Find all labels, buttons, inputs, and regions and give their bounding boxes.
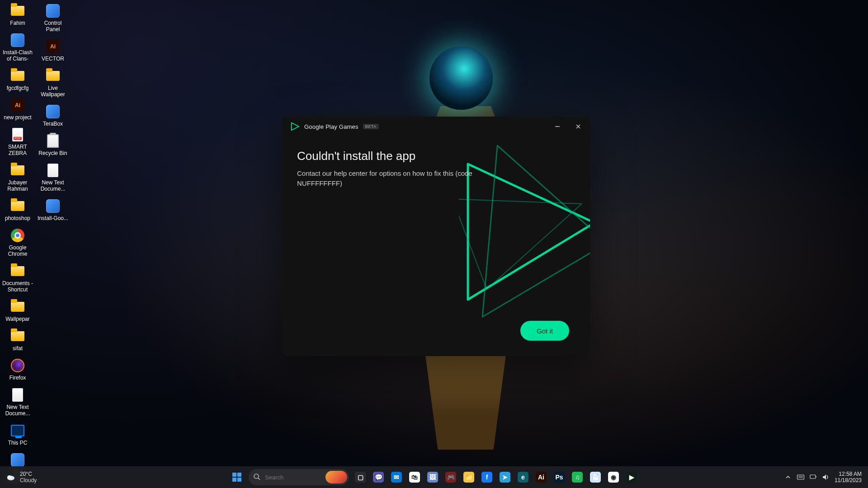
pin-notepad[interactable]: 📄 <box>588 469 603 485</box>
desktop-icon-vector-glyph: Ai <box>44 38 62 55</box>
pin-edge[interactable]: e <box>515 469 531 485</box>
pin-teams[interactable]: 💬 <box>371 469 386 485</box>
tray-volume-icon[interactable] <box>822 473 830 481</box>
pin-photos[interactable]: 🖼 <box>425 469 440 485</box>
desktop-icon-fahim[interactable]: Fahim <box>0 2 35 28</box>
desktop-icon-control-panel-label: Control Panel <box>37 20 69 33</box>
task-view[interactable]: ▢ <box>353 469 368 485</box>
desktop-icon-terabox[interactable]: TeraBox <box>36 103 70 129</box>
got-it-button[interactable]: Got it <box>520 321 569 341</box>
taskbar-system-tray: 12:58 AM 11/18/2023 <box>784 471 868 483</box>
pin-teams-chip: 💬 <box>373 472 384 483</box>
desktop-icon-new-text-2-glyph <box>44 162 62 178</box>
desktop-icon-jubayer-glyph <box>9 162 27 178</box>
desktop-icon-vector[interactable]: AiVECTOR <box>36 38 70 64</box>
desktop-icon-wallpepar-glyph <box>9 299 27 315</box>
desktop-icon-install-google-glyph <box>44 198 62 214</box>
svg-rect-9 <box>232 473 236 477</box>
tray-keyboard-icon[interactable] <box>797 473 805 481</box>
desktop-icon-documents[interactable]: Documents - Shortcut <box>0 262 35 295</box>
desktop-icon-new-text-1-label: New Text Docume... <box>1 404 34 417</box>
desktop-icon-iriun-glyph <box>9 452 27 468</box>
pin-telegram[interactable]: ➤ <box>497 469 513 485</box>
desktop-icon-fahim-label: Fahim <box>1 20 34 26</box>
pin-illustrator[interactable]: Ai <box>533 469 549 485</box>
desktop-icon-install-clash[interactable]: Install-Clash of Clans-Go... <box>0 31 35 64</box>
svg-marker-6 <box>459 177 590 292</box>
taskbar-pins: ▢💬✉🛍🖼🎮📁f➤eAiPs♫📄◉▶ <box>353 469 639 485</box>
desktop-icon-wallpepar[interactable]: Wallpepar <box>0 298 35 324</box>
desktop-icon-firefox-label: Firefox <box>1 375 34 381</box>
pin-photoshop[interactable]: Ps <box>552 469 567 485</box>
desktop-icon-documents-label: Documents - Shortcut <box>1 280 34 293</box>
desktop-icon-new-project[interactable]: Ainew project <box>0 96 35 122</box>
desktop-icon-fahim-glyph <box>9 3 27 19</box>
desktop-icon-jubayer[interactable]: Jubayer Rahman <box>0 161 35 194</box>
pin-explorer[interactable]: 📁 <box>461 469 476 485</box>
desktop-icon-live-wallpaper[interactable]: Live Wallpaper <box>36 67 70 99</box>
desktop-icon-chrome[interactable]: Google Chrome <box>0 226 35 259</box>
desktop-icon-new-project-glyph: Ai <box>9 97 27 113</box>
dialog-titlebar[interactable]: Google Play Games BETA <box>283 117 590 136</box>
svg-point-13 <box>254 474 259 479</box>
desktop-icon-this-pc[interactable]: This PC <box>0 422 35 448</box>
start-button[interactable] <box>229 469 245 485</box>
desktop-icon-this-pc-glyph <box>9 422 27 439</box>
desktop-icon-install-google[interactable]: Install-Goo... <box>36 197 70 223</box>
desktop-icon-firefox-glyph <box>9 357 27 374</box>
desktop-icon-install-google-label: Install-Goo... <box>37 215 69 221</box>
pin-mail-chip: ✉ <box>391 472 402 483</box>
svg-marker-20 <box>823 474 826 480</box>
svg-rect-11 <box>232 478 236 482</box>
taskbar-weather[interactable]: 20°C Cloudy <box>0 471 37 483</box>
desktop-icon-chrome-glyph <box>9 227 27 244</box>
desktop-icon-sifat-glyph <box>9 328 27 344</box>
beta-badge: BETA <box>363 124 379 129</box>
pin-play-games[interactable]: ▶ <box>624 469 639 485</box>
tray-network-icon[interactable] <box>809 473 817 481</box>
desktop-icon-recycle-bin-label: Recycle Bin <box>37 150 69 156</box>
minimize-button[interactable] <box>549 120 566 133</box>
desktop-icon-fgcdfgcfg[interactable]: fgcdfgcfg <box>0 67 35 93</box>
taskbar-center: ▢💬✉🛍🖼🎮📁f➤eAiPs♫📄◉▶ <box>229 469 639 485</box>
weather-text: 20°C Cloudy <box>20 471 37 483</box>
desktop-icon-recycle-bin[interactable]: Recycle Bin <box>36 132 70 158</box>
desktop-icon-install-clash-glyph <box>9 32 27 48</box>
desktop-icons-column-2: Control PanelAiVECTORLive WallpaperTeraB… <box>35 2 71 223</box>
pin-photos-chip: 🖼 <box>427 472 438 483</box>
desktop-icon-terabox-label: TeraBox <box>37 121 69 127</box>
svg-rect-15 <box>797 475 804 479</box>
desktop-icon-sifat[interactable]: sifat <box>0 327 35 353</box>
desktop-icon-photoshop-label: photoshop <box>1 215 34 221</box>
pin-facebook[interactable]: f <box>479 469 495 485</box>
desktop-icon-jubayer-label: Jubayer Rahman <box>1 179 34 192</box>
pin-edge-chip: e <box>518 472 528 483</box>
desktop-icon-new-text-1[interactable]: New Text Docume... <box>0 386 35 418</box>
desktop-icon-smart-zebra[interactable]: SMART ZEBRA <box>0 126 35 158</box>
desktop-icon-control-panel-glyph <box>44 3 62 19</box>
dialog-message: Contact our help center for options on h… <box>297 169 473 188</box>
desktop-icon-new-text-2[interactable]: New Text Docume... <box>36 161 70 194</box>
desktop-icon-recycle-bin-glyph <box>44 133 62 149</box>
svg-point-8 <box>7 475 12 479</box>
desktop-icon-terabox-glyph <box>44 103 62 120</box>
desktop-icon-control-panel[interactable]: Control Panel <box>36 2 70 34</box>
svg-marker-5 <box>473 145 590 327</box>
desktop-icon-new-text-1-glyph <box>9 387 27 403</box>
pin-chrome[interactable]: ◉ <box>606 469 621 485</box>
tray-chevron-up-icon[interactable] <box>784 473 792 481</box>
pin-mail[interactable]: ✉ <box>389 469 404 485</box>
desktop-icon-photoshop[interactable]: photoshop <box>0 197 35 223</box>
desktop-icon-firefox[interactable]: Firefox <box>0 357 35 383</box>
close-button[interactable] <box>570 120 586 133</box>
taskbar-clock[interactable]: 12:58 AM 11/18/2023 <box>835 471 862 483</box>
clock-time: 12:58 AM <box>839 471 862 477</box>
pin-spotify[interactable]: ♫ <box>570 469 585 485</box>
pin-explorer-chip: 📁 <box>463 472 474 483</box>
pin-store[interactable]: 🛍 <box>407 469 422 485</box>
pin-game-chip: 🎮 <box>445 472 456 483</box>
desktop-icon-documents-glyph <box>9 263 27 279</box>
taskbar-search[interactable] <box>249 469 349 485</box>
dialog-heading: Couldn't install the app <box>297 149 473 163</box>
pin-game[interactable]: 🎮 <box>443 469 458 485</box>
